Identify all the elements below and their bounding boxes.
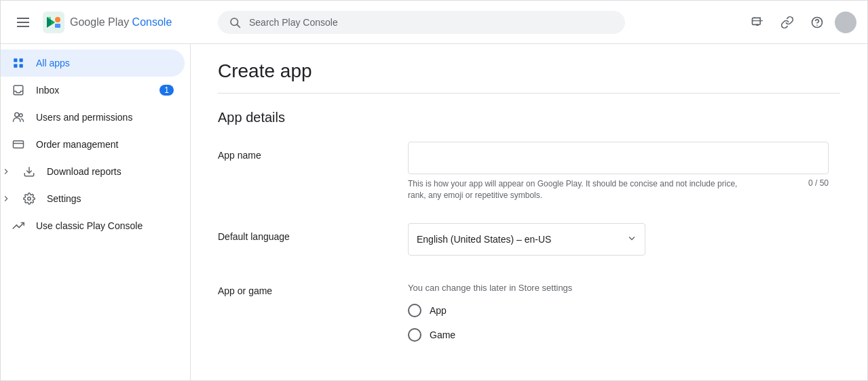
settings-expand-arrow[interactable]	[1, 185, 12, 212]
menu-button[interactable]	[12, 12, 35, 33]
radio-circle-game	[408, 328, 421, 342]
radio-label-game: Game	[430, 329, 455, 340]
app-name-hint: This is how your app will appear on Goog…	[408, 178, 747, 201]
sidebar-item-order-label: Order management	[36, 139, 174, 150]
header: Google Play Console	[1, 1, 867, 44]
language-select-wrapper: English (United States) – en-US English …	[408, 223, 645, 256]
inbox-icon	[12, 83, 25, 97]
help-button[interactable]	[805, 10, 829, 35]
svg-rect-13	[14, 85, 23, 95]
sidebar: All apps Inbox 1	[1, 44, 191, 380]
sidebar-item-download-reports[interactable]: Download reports	[12, 158, 190, 185]
link-icon	[780, 16, 794, 29]
svg-rect-9	[14, 58, 17, 62]
svg-point-1	[55, 17, 60, 22]
sidebar-item-settings-label: Settings	[47, 193, 179, 204]
language-select[interactable]: English (United States) – en-US English …	[408, 223, 645, 256]
app-or-game-radio-group: App Game	[408, 304, 829, 342]
app-name-field: This is how your app will appear on Goog…	[408, 142, 829, 201]
download-reports-expand-arrow[interactable]	[1, 158, 12, 185]
help-icon	[810, 16, 824, 29]
sidebar-item-all-apps-label: All apps	[36, 58, 174, 68]
sidebar-item-all-apps[interactable]: All apps	[1, 49, 185, 77]
avatar[interactable]	[835, 12, 856, 33]
svg-rect-2	[55, 24, 60, 28]
radio-label-app: App	[430, 305, 447, 316]
svg-rect-10	[20, 58, 23, 62]
sidebar-row-settings: Settings	[1, 185, 190, 212]
sidebar-row-download: Download reports	[1, 158, 190, 185]
sidebar-item-download-label: Download reports	[47, 166, 179, 177]
main-layout: All apps Inbox 1	[1, 44, 867, 380]
svg-rect-12	[20, 64, 23, 68]
inbox-badge: 1	[159, 85, 174, 96]
hamburger-icon	[17, 18, 29, 27]
svg-line-4	[237, 24, 240, 27]
app-or-game-sublabel: You can change this later in Store setti…	[408, 277, 829, 293]
page-title: Create app	[218, 60, 840, 82]
main-content: Create app App details App name This is …	[191, 44, 867, 380]
app-name-char-count: 0 / 50	[808, 178, 829, 201]
svg-point-14	[15, 113, 19, 117]
svg-point-19	[28, 197, 31, 201]
sidebar-item-inbox-label: Inbox	[36, 85, 149, 96]
app-name-hint-row: This is how your app will appear on Goog…	[408, 178, 829, 201]
sidebar-item-users-permissions[interactable]: Users and permissions	[1, 104, 185, 131]
app-name-row: App name This is how your app will appea…	[218, 142, 840, 201]
default-language-field: English (United States) – en-US English …	[408, 223, 829, 256]
app-name-input[interactable]	[408, 142, 829, 174]
svg-rect-16	[14, 141, 24, 148]
app-or-game-row: App or game You can change this later in…	[218, 277, 840, 342]
notifications-button[interactable]	[745, 10, 770, 35]
play-console-logo-icon	[43, 12, 64, 33]
title-divider	[218, 93, 840, 94]
app-or-game-label: App or game	[218, 277, 408, 296]
search-input[interactable]	[249, 17, 614, 28]
app-container: Google Play Console	[0, 0, 868, 381]
header-right	[745, 10, 856, 35]
radio-circle-app	[408, 304, 421, 317]
default-language-row: Default language English (United States)…	[218, 223, 840, 256]
header-left: Google Play Console	[12, 12, 202, 33]
sidebar-item-classic-label: Use classic Play Console	[36, 220, 174, 231]
trending-icon	[12, 219, 25, 233]
search-icon	[229, 16, 241, 28]
card-icon	[12, 138, 25, 151]
app-name-label: App name	[218, 142, 408, 161]
app-or-game-field: You can change this later in Store setti…	[408, 277, 829, 342]
sidebar-item-inbox[interactable]: Inbox 1	[1, 77, 185, 104]
radio-item-app[interactable]: App	[408, 304, 829, 317]
svg-rect-11	[14, 64, 17, 68]
sidebar-item-settings[interactable]: Settings	[12, 185, 190, 212]
sidebar-item-order-management[interactable]: Order management	[1, 131, 185, 158]
logo-area: Google Play Console	[43, 12, 172, 33]
download-icon	[22, 165, 36, 178]
svg-rect-6	[756, 24, 758, 26]
svg-point-15	[20, 114, 23, 117]
notifications-icon	[751, 16, 764, 29]
radio-item-game[interactable]: Game	[408, 328, 829, 342]
search-bar	[218, 11, 625, 34]
svg-point-8	[817, 24, 818, 25]
grid-icon	[12, 56, 25, 70]
section-title: App details	[218, 110, 840, 125]
svg-rect-5	[753, 18, 761, 24]
people-icon	[12, 111, 25, 124]
default-language-label: Default language	[218, 223, 408, 242]
sidebar-item-users-label: Users and permissions	[36, 112, 174, 123]
settings-icon	[22, 192, 36, 205]
logo-text: Google Play Console	[70, 16, 172, 28]
link-button[interactable]	[775, 10, 799, 35]
sidebar-item-classic-console[interactable]: Use classic Play Console	[1, 212, 185, 239]
